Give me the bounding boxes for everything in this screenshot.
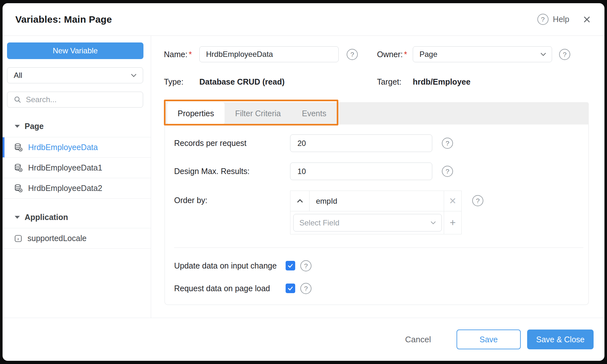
sidebar-item-hrdbemployeedata[interactable]: HrdbEmployeeData [3, 137, 151, 157]
sidebar-item-supportedlocale[interactable]: x supportedLocale [3, 228, 151, 248]
new-variable-button[interactable]: New Variable [7, 42, 143, 59]
sidebar-item-hrdbemployeedata1[interactable]: HrdbEmployeeData1 [3, 157, 151, 178]
variable-item-label: HrdbEmployeeData [28, 143, 98, 152]
owner-select[interactable]: Page [413, 46, 552, 62]
order-by-label: Order by: [174, 191, 290, 205]
checkmark-icon [287, 262, 294, 269]
tab-filter-criteria[interactable]: Filter Criteria [225, 102, 291, 125]
update-on-input-help-icon[interactable]: ? [300, 260, 311, 271]
caret-up-icon [297, 199, 303, 203]
database-crud-variable-icon [14, 163, 23, 172]
update-on-input-label: Update data on input change [174, 261, 286, 270]
target-value: hrdb/Employee [413, 77, 471, 87]
owner-selected-value: Page [419, 50, 437, 59]
required-asterisk: * [404, 50, 407, 59]
variable-item-label: HrdbEmployeeData2 [28, 184, 102, 193]
variable-item-label: supportedLocale [27, 234, 87, 243]
records-per-request-label: Records per request [174, 139, 290, 148]
request-on-load-help-icon[interactable]: ? [300, 283, 311, 294]
help-link[interactable]: Help [553, 15, 569, 24]
svg-text:x: x [17, 236, 19, 241]
request-on-load-checkbox[interactable] [286, 284, 295, 293]
save-and-close-button[interactable]: Save & Close [527, 330, 594, 349]
name-label: Name:* [164, 50, 199, 59]
update-on-input-checkbox[interactable] [286, 261, 295, 270]
order-by-help-icon[interactable]: ? [472, 195, 483, 206]
caret-down-icon [15, 216, 20, 219]
order-by-field-value: empId [310, 191, 444, 211]
add-order-field-button[interactable]: + [444, 211, 461, 234]
checkmark-icon [287, 285, 294, 292]
sidebar-section-page[interactable]: Page [3, 115, 151, 137]
sidebar-item-hrdbemployeedata2[interactable]: HrdbEmployeeData2 [3, 178, 151, 198]
dialog-footer: Cancel Save Save & Close [3, 318, 604, 361]
type-value: Database CRUD (read) [199, 77, 285, 87]
design-max-help-icon[interactable]: ? [442, 166, 453, 177]
caret-down-icon [15, 125, 20, 128]
request-on-load-label: Request data on page load [174, 284, 286, 293]
records-help-icon[interactable]: ? [442, 138, 453, 149]
help-icon[interactable]: ? [537, 14, 549, 25]
required-asterisk: * [189, 50, 192, 59]
target-label: Target: [377, 77, 413, 87]
design-max-results-label: Design Max. Results: [174, 167, 290, 176]
owner-label: Owner:* [377, 50, 413, 59]
search-input[interactable] [26, 95, 136, 104]
select-field-placeholder: Select Field [299, 218, 339, 227]
database-crud-variable-icon [14, 143, 23, 152]
tab-events[interactable]: Events [291, 102, 337, 125]
records-per-request-input[interactable] [290, 134, 432, 152]
sidebar-section-application[interactable]: Application [3, 206, 151, 228]
save-button[interactable]: Save [457, 330, 521, 349]
database-crud-variable-icon [14, 184, 23, 193]
variables-dialog: Variables: Main Page ? Help New Variable… [3, 3, 604, 361]
variable-type-filter-select[interactable]: All [7, 67, 143, 83]
sort-direction-toggle[interactable] [290, 191, 310, 211]
variable-tabs: Properties Filter Criteria Events [165, 102, 589, 125]
variable-item-label: HrdbEmployeeData1 [28, 163, 102, 172]
name-help-icon[interactable]: ? [347, 49, 358, 60]
variable-editor: Name:* ? Owner:* Page ? Type: Database C… [151, 36, 604, 318]
type-label: Type: [164, 77, 199, 87]
name-input[interactable] [199, 46, 339, 62]
chevron-down-icon [131, 74, 136, 77]
model-variable-icon: x [14, 234, 22, 243]
section-divider [174, 247, 583, 248]
remove-order-field-button[interactable]: ✕ [444, 191, 461, 211]
search-icon [14, 96, 21, 103]
variable-search-box[interactable] [7, 92, 143, 108]
variables-sidebar: New Variable All Page HrdbEmployeeData [3, 36, 151, 318]
cancel-button[interactable]: Cancel [405, 335, 431, 345]
tab-properties[interactable]: Properties [167, 102, 225, 125]
filter-selected-value: All [14, 71, 22, 80]
dialog-title: Variables: Main Page [15, 14, 112, 25]
dialog-header: Variables: Main Page ? Help [3, 3, 604, 36]
select-field-dropdown[interactable]: Select Field [293, 214, 442, 231]
owner-help-icon[interactable]: ? [559, 49, 570, 60]
close-icon[interactable] [582, 15, 592, 24]
chevron-down-icon [431, 221, 436, 224]
order-by-widget: empId ✕ Select Field + [290, 191, 462, 234]
properties-panel: Records per request ? Design Max. Result… [165, 125, 589, 305]
design-max-results-input[interactable] [290, 163, 432, 180]
chevron-down-icon [541, 53, 546, 56]
